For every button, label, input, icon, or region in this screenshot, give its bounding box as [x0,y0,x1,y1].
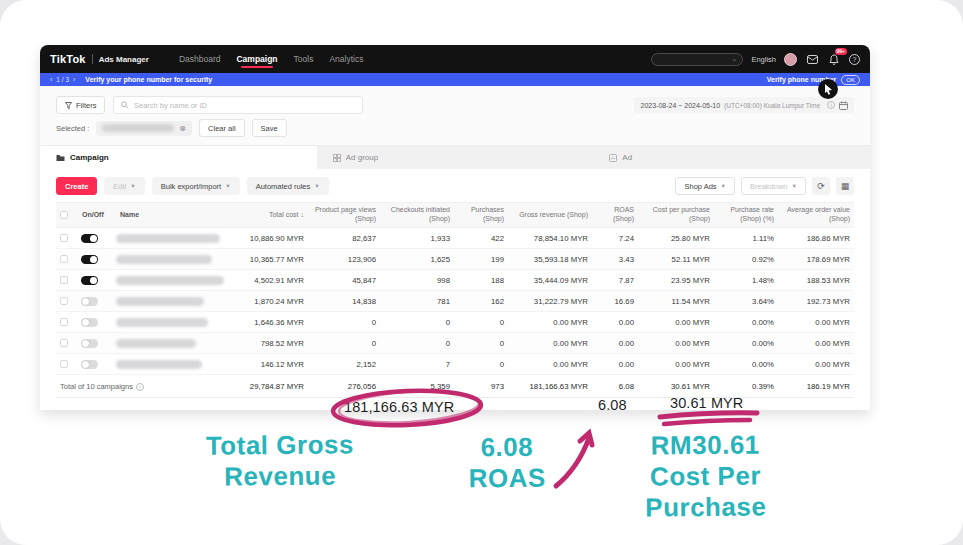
total-purchases: 973 [454,382,508,391]
metric-cell: 0.00 [592,360,638,369]
row-checkbox[interactable] [60,255,68,263]
on-off-toggle[interactable] [81,318,98,327]
on-off-toggle[interactable] [81,255,98,264]
metric-cell: 0.00 MYR [508,318,592,327]
metric-cell: 188 [454,276,508,285]
inbox-icon[interactable] [805,52,819,66]
selected-filter-tag: ⊗ [96,121,192,136]
underline-highlight [660,413,757,417]
row-checkbox[interactable] [60,234,68,242]
col-cost-per-purchase[interactable]: Cost per purchase (Shop) [638,203,714,227]
total-label: Total of 10 campaignsi [56,382,232,391]
date-range-picker[interactable]: 2023-08-24 ~ 2024-05-10 (UTC+08:00) Kual… [634,97,854,113]
prev-icon[interactable]: ‹ [50,76,52,83]
campaign-name-blurred [116,297,204,306]
total-purchase-rate: 0.39% [714,382,778,391]
col-product-page-views[interactable]: Product page views (Shop) [308,203,380,227]
columns-icon[interactable]: ▦ [836,177,854,195]
ads-manager-window: TikTok Ads Manager Dashboard Campaign To… [40,45,870,410]
metric-cell: 11.54 MYR [638,297,714,306]
metric-cell: 0 [308,339,380,348]
tab-campaign[interactable]: Campaign [40,146,317,169]
on-off-toggle[interactable] [81,234,98,243]
col-purchase-rate[interactable]: Purchase rate (Shop) (%) [714,203,778,227]
row-checkbox[interactable] [60,318,68,326]
metric-cell: 2,152 [308,360,380,369]
metric-cell: 0.00 MYR [638,339,714,348]
metric-cell: 146.12 MYR [232,360,308,369]
nav-dashboard[interactable]: Dashboard [179,46,221,72]
tab-ad-group[interactable]: Ad group [317,146,594,169]
notifications-bell-icon[interactable]: 99+ [827,52,841,66]
tab-ad[interactable]: Ad [593,146,870,169]
save-button[interactable]: Save [252,119,287,137]
col-total-cost[interactable]: Total cost ↓ [232,208,308,223]
nav-campaign[interactable]: Campaign [236,46,277,72]
language-selector[interactable]: English [751,55,776,64]
avatar[interactable] [784,53,797,66]
campaign-name-blurred [116,360,202,369]
toolbar-right: Shop Ads▼ Breakdown▼ ⟳ ▦ [675,177,854,195]
col-avg-order-value[interactable]: Average order value (Shop) [778,203,854,227]
campaign-name-blurred [116,318,208,327]
next-icon[interactable]: › [73,76,75,83]
on-off-toggle[interactable] [81,276,98,285]
metric-cell: 1,646.36 MYR [232,318,308,327]
nav-analytics[interactable]: Analytics [329,46,363,72]
filters-button[interactable]: Filters [56,96,105,114]
logo-text: TikTok [50,53,86,65]
banner-ok-button[interactable]: OK [841,75,860,85]
banner-message: Verify your phone number for security [85,76,212,83]
campaign-name-blurred [116,276,224,285]
account-selector[interactable]: ⌄ [651,53,743,66]
total-views: 276,056 [308,382,380,391]
col-gross-revenue[interactable]: Gross revenue (Shop) [508,208,592,223]
automated-rules-button[interactable]: Automated rules▼ [247,177,329,195]
help-icon[interactable]: ? [849,54,860,65]
bulk-export-import-button[interactable]: Bulk export/import▼ [152,177,240,195]
search-icon [121,101,129,109]
mouse-pointer-icon [824,84,833,95]
total-cpp: 30.61 MYR [638,382,714,391]
metric-cell: 192.73 MYR [778,297,854,306]
top-bar: TikTok Ads Manager Dashboard Campaign To… [40,45,870,73]
row-checkbox[interactable] [60,297,68,305]
select-all-checkbox[interactable] [60,211,68,219]
breakdown-button[interactable]: Breakdown▼ [741,177,806,195]
metric-cell: 0.00 MYR [508,360,592,369]
on-off-toggle[interactable] [81,360,98,369]
page: TikTok Ads Manager Dashboard Campaign To… [0,0,963,545]
row-checkbox[interactable] [60,360,68,368]
col-purchases[interactable]: Purchases (Shop) [454,203,508,227]
col-checkouts-initiated[interactable]: Checkouts initiated (Shop) [380,203,454,227]
create-button[interactable]: Create [56,177,97,195]
callout-gross-revenue-value: 181,166.63 MYR [344,399,454,415]
on-off-toggle[interactable] [81,297,98,306]
metric-cell: 0.00 [592,339,638,348]
metric-cell: 0.00% [714,339,778,348]
ad-icon [609,154,617,162]
ad-group-icon [333,154,341,162]
shop-ads-button[interactable]: Shop Ads▼ [675,177,735,195]
on-off-toggle[interactable] [81,339,98,348]
remove-filter-icon[interactable]: ⊗ [179,124,186,133]
row-checkbox[interactable] [60,339,68,347]
search-input[interactable] [134,101,355,110]
metric-cell: 3.43 [592,255,638,264]
clear-all-button[interactable]: Clear all [199,119,245,137]
col-roas[interactable]: ROAS (Shop) [592,203,638,227]
row-checkbox[interactable] [60,276,68,284]
metric-cell: 798.52 MYR [232,339,308,348]
metric-cell: 0.00 MYR [778,318,854,327]
tiktok-logo[interactable]: TikTok Ads Manager [50,53,149,65]
metric-cell: 0 [308,318,380,327]
metric-cell: 3.64% [714,297,778,306]
campaign-name-blurred [116,234,220,243]
refresh-icon[interactable]: ⟳ [812,177,830,195]
nav-tools[interactable]: Tools [294,46,314,72]
edit-button[interactable]: Edit▼ [104,177,144,195]
metric-cell: 0 [380,318,454,327]
table-toolbar: Create Edit▼ Bulk export/import▼ Automat… [40,169,870,202]
metric-cell: 0.00 MYR [778,339,854,348]
table-row: 1,646.36 MYR 0 0 0 0.00 MYR 0.00 0.00 MY… [56,312,854,333]
